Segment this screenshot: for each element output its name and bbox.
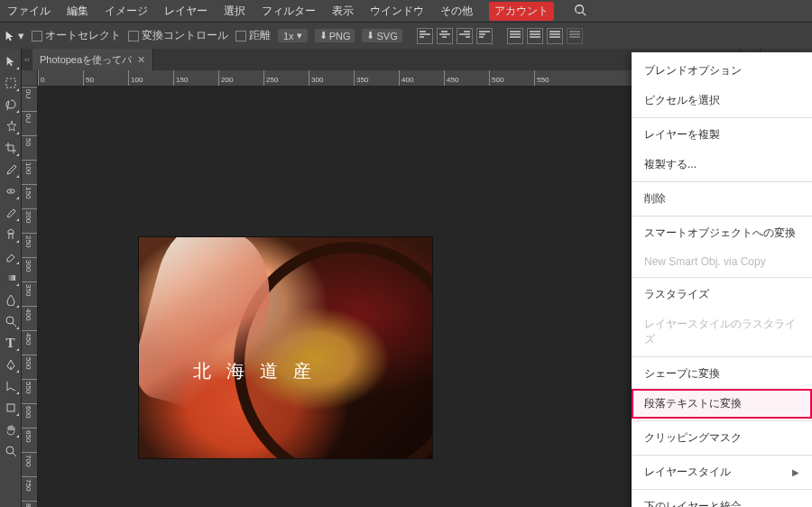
canvas[interactable]: 北 海 道 産: [139, 237, 432, 458]
menubar: ファイル 編集 イメージ レイヤー 選択 フィルター 表示 ウインドウ その他 …: [0, 0, 812, 22]
path-tool[interactable]: [2, 377, 20, 395]
ruler-tick: 250: [263, 70, 278, 87]
menu-file[interactable]: ファイル: [7, 4, 51, 19]
distance-checkbox[interactable]: 距離: [235, 28, 271, 43]
align-right-icon[interactable]: [457, 28, 473, 44]
lasso-tool[interactable]: [2, 96, 20, 114]
ruler-tick: 500: [22, 355, 38, 369]
ruler-tick: 0U: [22, 111, 38, 123]
distribute-h-icon[interactable]: [507, 28, 523, 44]
ruler-tick: 250: [22, 233, 38, 247]
ruler-tick: 550: [534, 70, 549, 87]
context-menu-item[interactable]: レイヤーを複製: [632, 120, 812, 150]
menu-image[interactable]: イメージ: [105, 4, 148, 19]
dodge-tool[interactable]: [2, 312, 20, 330]
context-menu-item[interactable]: 段落テキストに変換: [632, 389, 812, 419]
menu-filter[interactable]: フィルター: [262, 4, 316, 19]
export-png-button[interactable]: ⬇PNG: [315, 29, 355, 42]
menu-view[interactable]: 表示: [332, 4, 354, 19]
brush-tool[interactable]: [2, 204, 20, 222]
move-tool[interactable]: [2, 52, 20, 70]
type-tool[interactable]: T: [2, 334, 20, 352]
eraser-tool[interactable]: [2, 247, 20, 265]
wand-tool[interactable]: [2, 117, 20, 135]
context-menu: ブレンドオプションピクセルを選択レイヤーを複製複製する...削除スマートオブジェ…: [632, 52, 812, 507]
ruler-tick: 100: [128, 70, 143, 87]
canvas-text-layer[interactable]: 北 海 道 産: [193, 359, 317, 383]
ruler-tick: 150: [173, 70, 188, 87]
scale-dropdown[interactable]: 1x▾: [278, 29, 308, 42]
context-menu-label: クリッピングマスク: [644, 430, 742, 446]
ruler-tick: 700: [22, 452, 38, 466]
ruler-tick: 550: [22, 379, 38, 393]
move-tool-icon[interactable]: ▾: [4, 29, 24, 42]
distribute-v-icon[interactable]: [527, 28, 543, 44]
align-buttons: [417, 28, 493, 44]
context-menu-label: 複製する...: [644, 157, 697, 172]
context-menu-item: New Smart Obj. via Copy: [632, 248, 812, 275]
ruler-tick: 0: [38, 70, 44, 87]
distribute-spacing-icon[interactable]: [547, 28, 563, 44]
align-center-h-icon[interactable]: [437, 28, 453, 44]
align-left-icon[interactable]: [417, 28, 433, 44]
crop-tool[interactable]: [2, 139, 20, 157]
context-menu-item[interactable]: 削除: [632, 184, 812, 214]
hand-tool[interactable]: [2, 420, 20, 438]
svg-line-1: [583, 12, 586, 15]
gradient-tool[interactable]: [2, 269, 20, 287]
context-menu-item[interactable]: 複製する...: [632, 150, 812, 180]
context-menu-item[interactable]: 下のレイヤーと統合: [632, 492, 812, 507]
menu-account[interactable]: アカウント: [489, 2, 554, 21]
context-menu-item[interactable]: ラスタライズ: [632, 280, 812, 309]
context-menu-item[interactable]: スマートオブジェクトへの変換: [632, 218, 812, 248]
search-icon[interactable]: [574, 4, 586, 19]
context-menu-label: シェープに変換: [644, 366, 720, 382]
shape-tool[interactable]: [2, 399, 20, 417]
canvas-image: [139, 237, 432, 458]
context-menu-item[interactable]: クリッピングマスク: [632, 423, 812, 453]
ruler-tick: 200: [22, 208, 38, 223]
menu-select[interactable]: 選択: [224, 4, 245, 19]
distribute-more-icon[interactable]: [567, 28, 583, 44]
transform-controls-checkbox[interactable]: 変換コントロール: [128, 28, 228, 43]
context-menu-item[interactable]: ブレンドオプション: [632, 56, 812, 86]
ruler-tick: 200: [218, 70, 233, 87]
context-menu-item[interactable]: レイヤースタイル▶: [632, 457, 812, 487]
svg-point-0: [576, 5, 584, 13]
tab-scroll-left[interactable]: ‹‹: [22, 49, 32, 70]
ruler-tick: 0U: [22, 87, 38, 98]
menu-window[interactable]: ウインドウ: [370, 4, 424, 19]
blur-tool[interactable]: [2, 290, 20, 309]
context-menu-separator: [632, 455, 812, 456]
svg-line-9: [13, 453, 16, 456]
download-icon: ⬇: [366, 30, 374, 41]
ruler-tick: 50: [83, 70, 94, 87]
pen-tool[interactable]: [2, 355, 20, 373]
ruler-tick: 150: [22, 184, 38, 198]
zoom-tool[interactable]: [2, 442, 20, 460]
menu-edit[interactable]: 編集: [67, 4, 88, 19]
context-menu-separator: [632, 277, 812, 278]
close-tab-icon[interactable]: ✕: [137, 54, 145, 66]
marquee-tool[interactable]: [2, 74, 20, 92]
context-menu-item[interactable]: ピクセルを選択: [632, 86, 812, 115]
context-menu-item[interactable]: シェープに変換: [632, 359, 812, 389]
eyedropper-tool[interactable]: [2, 161, 20, 179]
submenu-arrow-icon: ▶: [792, 467, 799, 477]
ruler-tick: 350: [354, 70, 368, 87]
ruler-vertical: 0U0U501001502002503003504004505005506006…: [22, 87, 38, 507]
tab-title: Photopeaを使ってパ: [40, 53, 132, 67]
document-tab[interactable]: Photopeaを使ってパ ✕: [32, 49, 153, 70]
menu-layer[interactable]: レイヤー: [164, 4, 208, 19]
clone-tool[interactable]: [2, 226, 20, 244]
heal-tool[interactable]: [2, 182, 20, 200]
menu-other[interactable]: その他: [440, 4, 473, 19]
download-icon: ⬇: [319, 30, 328, 41]
context-menu-label: レイヤーを複製: [644, 127, 720, 143]
context-menu-label: 削除: [644, 191, 666, 207]
align-top-icon[interactable]: [476, 28, 493, 44]
ruler-tick: 50: [22, 135, 38, 146]
export-svg-button[interactable]: ⬇SVG: [362, 29, 401, 42]
auto-select-checkbox[interactable]: オートセレクト: [32, 28, 121, 43]
context-menu-item: レイヤースタイルのラスタライズ: [632, 309, 812, 355]
